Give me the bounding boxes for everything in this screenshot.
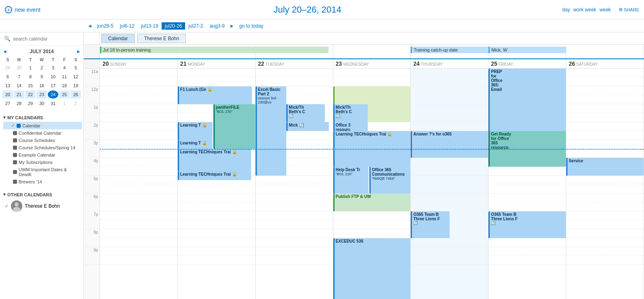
calendar-event[interactable]: Office 3 resourc: [333, 122, 368, 131]
mini-cal-day[interactable]: 6: [2, 73, 13, 81]
mini-cal-day[interactable]: 29: [2, 64, 13, 72]
search-box[interactable]: 🔍: [0, 32, 83, 45]
mini-cal-day[interactable]: 16: [36, 82, 47, 90]
mini-cal-day[interactable]: 18: [59, 82, 70, 90]
mini-cal-day[interactable]: 1: [25, 64, 36, 72]
day-col-2: Excel Basic Part 2resourc bol-230@uvMick…: [256, 69, 333, 299]
mini-cal-day[interactable]: 27: [2, 99, 13, 108]
mini-cal-day[interactable]: 4: [59, 64, 70, 72]
nav-week-aug3[interactable]: aug3-9: [206, 23, 228, 29]
mini-cal-day[interactable]: 30: [14, 64, 24, 72]
my-calendar-item[interactable]: Confidential Calendar: [3, 129, 82, 137]
mini-cal-day[interactable]: 10: [48, 73, 58, 81]
mini-cal-day[interactable]: 22: [25, 90, 36, 99]
mini-cal-day[interactable]: 31: [48, 99, 58, 108]
mini-cal-day[interactable]: 17: [48, 82, 58, 90]
mini-cal-day[interactable]: 20: [2, 90, 13, 99]
mini-cal-day[interactable]: 12: [70, 73, 81, 81]
mini-cal-day[interactable]: 11: [59, 73, 70, 81]
nav-week-jul27[interactable]: jul27-2: [185, 23, 206, 29]
calendar-event[interactable]: Learning TECHniques Trai 🔒: [178, 149, 251, 171]
next-week-arrow[interactable]: ►: [228, 23, 236, 29]
search-icon: 🔍: [4, 36, 11, 42]
mini-cal-prev[interactable]: ◄: [2, 49, 7, 54]
my-calendar-item[interactable]: Course Schedules: [3, 137, 82, 144]
view-workweek[interactable]: work week: [573, 7, 596, 13]
my-calendar-item[interactable]: UWM Important Dates & Deadli: [3, 166, 82, 178]
my-calendar-item[interactable]: My Subscriptions: [3, 159, 82, 166]
day-number: 21: [180, 60, 187, 67]
calendar-event[interactable]: EXCEDUC 536: [333, 238, 411, 299]
mini-cal-day[interactable]: 15: [25, 82, 36, 90]
prev-week-arrow[interactable]: ◄: [86, 23, 94, 29]
mini-cal-day[interactable]: 9: [36, 73, 47, 81]
calendar-event[interactable]: Answer ?'s for o365: [411, 131, 488, 158]
nav-week-jun29[interactable]: jun29-5: [94, 23, 117, 29]
view-week[interactable]: week: [599, 7, 611, 13]
calendar-event[interactable]: Publish FTP & UW: [333, 194, 411, 211]
mini-cal-day[interactable]: 24: [48, 90, 58, 99]
nav-week-jul20[interactable]: jul20-26: [162, 22, 186, 30]
other-calendar-item[interactable]: ✓ Therese E Bohn: [3, 199, 82, 213]
calendar-event[interactable]: Learning TECHniques Trai 🔒: [178, 171, 251, 180]
cal-color-dot: [13, 138, 17, 142]
mini-cal-day[interactable]: 21: [14, 90, 24, 99]
calendar-event[interactable]: Help Desk Tr"BOL 210": [333, 167, 369, 194]
mini-cal-day[interactable]: 7: [14, 73, 24, 81]
calendar-event[interactable]: Mick/Th Beth's C🔄: [286, 104, 325, 122]
time-label: 5p: [84, 176, 100, 194]
calendar-event[interactable]: Office 365 Communications"NWQB 7464": [369, 167, 410, 194]
mini-cal-day[interactable]: 1: [59, 99, 70, 108]
calendar-event[interactable]: Service: [566, 158, 644, 176]
my-calendar-item[interactable]: Course Schedules/Spring 14: [3, 144, 82, 151]
day-name: WEDNESDAY: [343, 62, 369, 67]
calendar-event[interactable]: Learning T 🔒: [178, 122, 213, 140]
day-name: MONDAY: [188, 62, 205, 67]
mini-cal-day[interactable]: 2: [70, 99, 81, 108]
other-calendars-header[interactable]: ▾ OTHER CALENDARS: [3, 190, 82, 199]
calendar-event[interactable]: O365 Team B Three Lions F🔄: [411, 211, 449, 238]
mini-cal-day[interactable]: 19: [70, 82, 81, 90]
mini-cal-day[interactable]: 30: [36, 99, 47, 108]
my-calendars-header[interactable]: ▾ MY CALENDARS: [3, 113, 82, 122]
mini-cal-day[interactable]: 28: [14, 99, 24, 108]
my-calendar-item[interactable]: Brewers '14: [3, 178, 82, 185]
filter-calendar[interactable]: Calendar: [101, 34, 135, 43]
allday-event[interactable]: Mick, W: [488, 47, 566, 53]
mini-cal-day[interactable]: 13: [2, 82, 13, 90]
mini-cal-day[interactable]: 23: [36, 90, 47, 99]
calendar-event[interactable]: Mick/Th Beth's C🔄: [333, 104, 368, 122]
mini-cal-day[interactable]: 14: [14, 82, 24, 90]
allday-event[interactable]: Jul 18 In-person training: [100, 47, 328, 53]
nav-week-jul13[interactable]: jul13-19: [138, 23, 162, 29]
mini-cal-day[interactable]: 26: [70, 90, 81, 99]
calendar-event[interactable]: F1 Lunch (Ge 🔒: [178, 86, 252, 104]
filter-therese[interactable]: Therese E Bohn: [137, 34, 186, 43]
allday-event[interactable]: Training catch-up date: [411, 47, 488, 53]
mini-cal-next[interactable]: ►: [76, 49, 81, 54]
view-day[interactable]: day: [562, 7, 570, 13]
calendar-event[interactable]: Mick 🔄: [286, 122, 329, 131]
user-avatar: [11, 200, 22, 212]
mini-cal-day[interactable]: 5: [70, 64, 81, 72]
mini-cal-day[interactable]: 2: [36, 64, 47, 72]
nav-week-jul6[interactable]: jul6-12: [117, 23, 138, 29]
calendar-event[interactable]: Learning T 🔒: [178, 140, 213, 149]
mini-cal-day[interactable]: 29: [25, 99, 36, 108]
calendar-event[interactable]: Excel Basic Part 2resourc bol-230@uv: [256, 86, 286, 176]
calendar-event[interactable]: pantherFILE"BOL 230": [213, 104, 255, 149]
my-calendar-item[interactable]: ✓ Calendar: [3, 122, 82, 129]
search-input[interactable]: [13, 36, 79, 42]
mini-cal-day[interactable]: 3: [48, 64, 58, 72]
calendar-event[interactable]: O365 Team B Three Lions F🔄: [488, 211, 566, 238]
cal-color-dot: [13, 131, 17, 135]
new-event-button[interactable]: + new event: [5, 6, 41, 13]
time-label: 1p: [84, 104, 100, 122]
mini-cal-day[interactable]: 8: [25, 73, 36, 81]
mini-cal-day[interactable]: 25: [59, 90, 70, 99]
allday-col: [566, 45, 644, 58]
day-col-3: Mick/Th Beth's C🔄Office 3 resourcLearnin…: [333, 69, 411, 299]
my-calendar-item[interactable]: Example Calendar: [3, 151, 82, 159]
go-to-today[interactable]: go to today: [236, 23, 267, 29]
share-button[interactable]: ⊞ SHARE: [619, 7, 639, 12]
